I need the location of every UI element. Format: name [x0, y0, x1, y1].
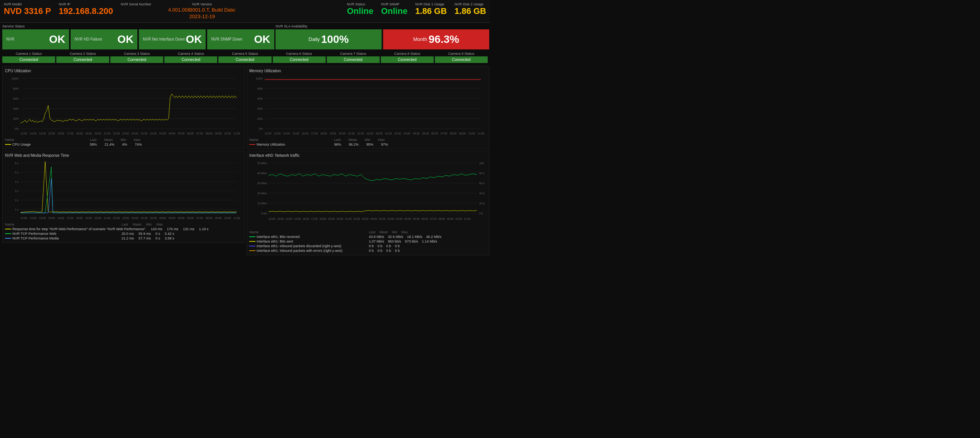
- svg-text:06:00: 06:00: [187, 132, 194, 135]
- response-legend-tcp-media: NVR TCP Performance Media: [5, 236, 117, 240]
- svg-text:09:00: 09:00: [459, 132, 466, 135]
- camera-7-col: Camera 7 Status Connected: [327, 52, 380, 63]
- svg-text:100%: 100%: [256, 77, 263, 80]
- service-status-section: Service Status NVR OK NVR HD Failure OK …: [2, 24, 274, 49]
- svg-text:40 b: 40 b: [479, 192, 485, 195]
- svg-text:80%: 80%: [13, 87, 19, 90]
- svg-text:05:00: 05:00: [422, 132, 429, 135]
- svg-text:50 Mb/s: 50 Mb/s: [257, 162, 267, 165]
- camera-9-label: Camera 9 Status: [448, 52, 475, 56]
- memory-last: 96%: [334, 143, 341, 146]
- nvr-ip-label: NVR IP: [59, 2, 113, 6]
- cpu-col-mean: Mean: [104, 138, 113, 142]
- svg-text:12:00: 12:00: [20, 217, 27, 219]
- svg-text:01:00: 01:00: [385, 132, 392, 135]
- svg-text:18:00: 18:00: [319, 217, 326, 220]
- cpu-chart-title: CPU Utilization: [5, 69, 242, 73]
- cpu-legend-name: CPU Usage: [12, 143, 31, 146]
- service-nvr-label: NVR: [6, 37, 49, 41]
- camera-1-label: Camera 1 Status: [16, 52, 42, 56]
- cpu-max: 74%: [135, 143, 142, 146]
- camera-1-col: Camera 1 Status Connected: [2, 52, 55, 63]
- svg-text:08:00: 08:00: [206, 132, 213, 135]
- svg-text:00:00: 00:00: [376, 132, 383, 135]
- svg-text:04:00: 04:00: [413, 132, 420, 135]
- service-net-ok: OK: [186, 33, 202, 46]
- service-grid: NVR OK NVR HD Failure OK NVR Net Interfa…: [2, 29, 274, 49]
- svg-text:17:00: 17:00: [311, 132, 318, 135]
- camera-8-label: Camera 8 Status: [394, 52, 421, 56]
- svg-text:19:00: 19:00: [85, 132, 92, 135]
- response-tcp-web-mean: 55.9 ms: [139, 232, 151, 236]
- svg-text:13:00: 13:00: [30, 217, 37, 219]
- sla-section: NVR SLA Availability Daily 100% Month 96…: [275, 24, 489, 49]
- sla-month-value: 96.3%: [429, 33, 459, 46]
- nvr-disk1-value: 1.86 GB: [415, 7, 447, 15]
- svg-text:11:00: 11:00: [478, 132, 485, 135]
- svg-text:13:00: 13:00: [274, 132, 281, 135]
- response-tcp-web-last: 20.0 ms: [122, 232, 134, 236]
- camera-6-status: Connected: [273, 56, 326, 63]
- svg-text:19:00: 19:00: [328, 217, 335, 220]
- response-web-perf-max: 1.19 s: [199, 227, 209, 231]
- svg-text:04:00: 04:00: [169, 132, 176, 135]
- svg-text:18:00: 18:00: [320, 132, 327, 135]
- camera-3-status: Connected: [110, 56, 163, 63]
- svg-text:13:00: 13:00: [277, 217, 284, 220]
- svg-text:60%: 60%: [257, 97, 263, 100]
- sla-daily-label: Daily: [309, 36, 321, 42]
- response-legend-web-perf: Response time for step "NVR Web Performa…: [5, 227, 146, 231]
- svg-text:22:00: 22:00: [113, 132, 120, 135]
- net-disc-min: 0 b: [386, 244, 391, 248]
- svg-text:15:00: 15:00: [292, 132, 299, 135]
- svg-text:23:00: 23:00: [362, 217, 369, 220]
- net-err-max: 0 b: [395, 249, 400, 253]
- net-disc-max: 0 b: [395, 244, 400, 248]
- svg-text:17:00: 17:00: [67, 132, 74, 135]
- network-legend-discarded: Interface eth1: Inbound packets discarde…: [249, 244, 365, 248]
- nvr-serial-field: NVR Serial Number: [121, 2, 151, 7]
- svg-text:02:00: 02:00: [387, 217, 394, 220]
- svg-text:16:00: 16:00: [302, 217, 309, 220]
- svg-text:02:00: 02:00: [150, 132, 157, 135]
- svg-text:12:00: 12:00: [265, 132, 272, 135]
- svg-text:06:00: 06:00: [187, 217, 194, 219]
- nvr-disk2-label: NVR Disk 2 Usage: [455, 2, 486, 6]
- svg-text:03:00: 03:00: [159, 132, 166, 135]
- camera-1-status: Connected: [2, 56, 55, 63]
- response-web-perf-min: 131 ms: [183, 227, 194, 231]
- svg-text:20:00: 20:00: [95, 217, 101, 219]
- svg-text:07:00: 07:00: [430, 217, 437, 220]
- camera-2-col: Camera 2 Status Connected: [56, 52, 109, 63]
- svg-text:21:00: 21:00: [104, 217, 111, 219]
- service-status-title: Service Status: [2, 24, 274, 28]
- svg-text:02:00: 02:00: [394, 132, 401, 135]
- sla-daily-value: 100%: [321, 33, 349, 46]
- nvr-model-label: NVR Model: [4, 2, 51, 6]
- svg-text:05:00: 05:00: [413, 217, 420, 220]
- camera-4-status: Connected: [164, 56, 217, 63]
- network-chart: Interface eth0: Network traffic 50 Mb/s …: [247, 151, 489, 255]
- camera-7-label: Camera 7 Status: [340, 52, 366, 56]
- svg-text:21:00: 21:00: [348, 132, 355, 135]
- svg-text:01:00: 01:00: [379, 217, 386, 220]
- memory-min: 95%: [367, 143, 373, 146]
- response-tcp-media-max: 3.58 s: [165, 236, 174, 240]
- svg-text:20%: 20%: [13, 117, 19, 120]
- svg-text:19:00: 19:00: [329, 132, 336, 135]
- memory-chart: Memory Utilization 100% 80% 60% 40% 20% …: [247, 66, 489, 149]
- svg-text:23:00: 23:00: [367, 132, 373, 135]
- cpu-col-max: Max: [134, 138, 140, 142]
- service-nvr-ok: OK: [49, 33, 65, 46]
- cpu-mean: 21.4%: [105, 143, 115, 146]
- nvr-status-label: NVR Status: [347, 2, 373, 6]
- svg-text:05:00: 05:00: [178, 132, 185, 135]
- nvr-version-field: NVR Version 4.001.00IB001.0.T, Build Dat…: [159, 2, 245, 20]
- svg-text:80%: 80%: [257, 87, 263, 90]
- svg-text:20%: 20%: [257, 117, 263, 120]
- svg-text:0%: 0%: [259, 127, 263, 130]
- svg-text:80 b: 80 b: [479, 172, 485, 175]
- svg-text:08:00: 08:00: [438, 217, 445, 220]
- response-tcp-web-max: 5.42 s: [165, 232, 174, 236]
- response-legend-tcp-web: NVR TCP Performance Web: [5, 232, 117, 236]
